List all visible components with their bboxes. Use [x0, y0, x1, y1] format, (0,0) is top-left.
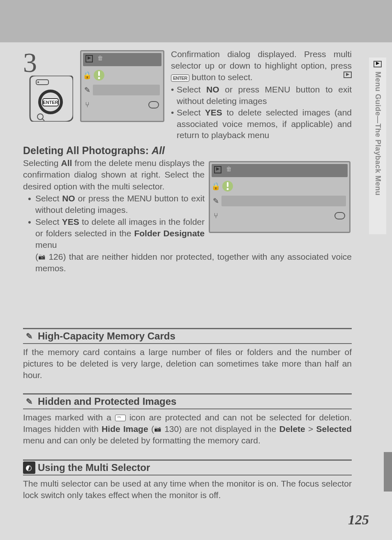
- no-label: NO: [62, 194, 75, 203]
- step3-intro-a: Confirmation dialog displayed. Press mul…: [171, 49, 352, 70]
- dialog-title-bar: 🗑: [212, 164, 348, 177]
- lock-icon: 🔒: [81, 71, 93, 80]
- note-high-capacity: High-Capacity Memory Cards If the memory…: [23, 328, 352, 381]
- dialog-title-bar: 🗑: [83, 53, 161, 66]
- dialog-option-bar: [93, 85, 160, 95]
- page-number: 125: [348, 512, 369, 528]
- page-ref-icon: [154, 426, 161, 433]
- txt: or press the: [75, 194, 127, 203]
- txt: >: [305, 424, 316, 434]
- dialog-spacer: [221, 210, 331, 221]
- txt: Select: [35, 194, 62, 203]
- dialog-spacer: [234, 181, 346, 192]
- lock-icon: 🔒: [210, 182, 221, 191]
- dialog-row-option: [81, 83, 163, 97]
- pencil-icon: [210, 196, 221, 205]
- delete-all-heading: Deleting All Photographs: All: [23, 145, 352, 157]
- exclamation-icon: [221, 180, 234, 192]
- hide-image-label: Hide Image: [101, 424, 148, 434]
- page: Menu Guide—The Playback Menu 3 ENTER 🗑 🔒: [0, 0, 392, 540]
- heading-a: Deleting All Photographs:: [23, 145, 152, 156]
- delete-all-bullet-yes-a: Select YES to delete all images in the f…: [23, 216, 205, 251]
- note-body: If the memory card contains a large numb…: [23, 346, 352, 381]
- note-body: Images marked with a icon are protected …: [23, 412, 352, 446]
- confirmation-dialog-step3: 🗑 🔒: [80, 50, 164, 122]
- confirmation-dialog-all: 🗑 🔒: [209, 161, 350, 233]
- svg-point-1: [37, 81, 39, 83]
- folder-designate-label: Folder Designate: [134, 228, 205, 238]
- txt: menu and can only be deleted by formatti…: [23, 436, 261, 445]
- protect-key-icon: [115, 415, 126, 421]
- dialog-row-option: [210, 194, 349, 208]
- txt: (: [148, 424, 154, 434]
- step-number: 3: [23, 46, 37, 79]
- ok-capsule-icon: [334, 212, 345, 219]
- note-title: Using the Multi Selector: [38, 462, 150, 473]
- svg-point-13: [227, 188, 229, 190]
- svg-rect-12: [227, 182, 228, 187]
- step3-intro-b: button to select.: [189, 72, 253, 82]
- step3-bullet-yes: Select YES to delete selected images (an…: [171, 107, 352, 141]
- dialog-spacer: [105, 70, 160, 81]
- trash-icon: 🗑: [226, 166, 232, 172]
- note-body: The multi selector can be used at any ti…: [23, 478, 352, 501]
- setup-icon: [210, 212, 221, 220]
- txt: 126) that are neither hidden nor protect…: [35, 252, 352, 273]
- thumb-index-tab: [384, 452, 392, 492]
- selected-label: Selected: [316, 424, 352, 434]
- pencil-icon: [81, 85, 93, 95]
- heading-b: All: [152, 145, 165, 156]
- playback-icon-inline: [344, 72, 352, 78]
- playback-icon: [374, 61, 382, 67]
- header-band: [0, 0, 392, 42]
- dialog-spacer: [93, 99, 145, 110]
- txt: Select: [177, 85, 206, 94]
- dialog-row-warning: 🔒: [81, 68, 163, 83]
- note-pencil-icon: [23, 330, 35, 342]
- playback-mode-icon: [214, 166, 221, 173]
- delete-all-paragraph: Selecting All from the delete menu displ…: [23, 157, 205, 192]
- txt: (: [35, 252, 38, 261]
- delete-label: Delete: [279, 424, 305, 434]
- txt: Select: [35, 217, 62, 226]
- note-title: High-Capacity Memory Cards: [38, 330, 175, 342]
- side-tab-label: Menu Guide—The Playback Menu: [374, 72, 382, 196]
- camera-back-illustration: ENTER: [28, 76, 73, 122]
- note-title: Hidden and Protected Images: [38, 396, 176, 407]
- svg-point-10: [98, 77, 100, 79]
- ok-capsule-icon: [148, 101, 159, 108]
- txt: Select: [177, 108, 205, 117]
- delete-all-bullet-yes-b: ( 126) that are neither hidden nor prote…: [23, 251, 352, 275]
- yes-label: YES: [62, 217, 79, 226]
- dialog-row-warning: 🔒: [210, 179, 349, 194]
- delete-all-bullet-no: Select NO or press the MENU button to ex…: [23, 193, 205, 216]
- exclamation-icon: [93, 69, 105, 81]
- dialog-row-option: [81, 97, 163, 112]
- dialog-option-bar: [221, 196, 346, 206]
- note-pencil-icon: [23, 395, 35, 408]
- txt: menu: [35, 240, 57, 249]
- all-bold: All: [61, 158, 72, 168]
- no-label: NO: [206, 85, 219, 94]
- step3-description: Confirmation dialog displayed. Press mul…: [171, 48, 352, 141]
- note-tip-icon: [23, 462, 35, 474]
- txt: Images marked with a: [23, 413, 115, 422]
- page-ref-icon: [38, 254, 46, 261]
- svg-text:ENTER: ENTER: [43, 100, 58, 105]
- menu-button-label: MENU: [127, 194, 152, 203]
- note-hidden-protected: Hidden and Protected Images Images marke…: [23, 393, 352, 446]
- trash-icon: 🗑: [97, 55, 103, 61]
- svg-rect-9: [98, 71, 100, 76]
- note-multi-selector: Using the Multi Selector The multi selec…: [23, 459, 352, 501]
- step3-bullet-no: Select NO or press MENU button to exit w…: [171, 84, 352, 107]
- svg-line-7: [42, 118, 44, 121]
- side-tab: Menu Guide—The Playback Menu: [369, 58, 386, 234]
- enter-button-icon: ENTER: [171, 74, 189, 82]
- txt: 130) are not displayed in the: [161, 424, 279, 434]
- dialog-row-option: [210, 208, 349, 223]
- setup-icon: [81, 101, 93, 109]
- playback-mode-icon: [85, 55, 93, 62]
- yes-label: YES: [205, 108, 222, 117]
